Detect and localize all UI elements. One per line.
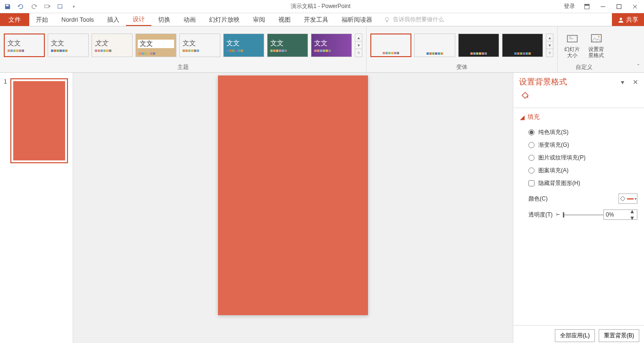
svg-rect-3: [585, 4, 589, 6]
variants-label: 变体: [370, 62, 553, 71]
radio-gradient-fill[interactable]: 渐变填充(G): [520, 139, 637, 151]
share-button[interactable]: 共享: [612, 13, 644, 26]
undo-icon[interactable]: [17, 3, 25, 10]
slide-canvas[interactable]: [218, 75, 368, 315]
theme-thumb[interactable]: 文文: [311, 33, 352, 57]
tab-anim[interactable]: 动画: [177, 13, 202, 26]
sign-in-button[interactable]: 登录: [564, 2, 575, 10]
reset-bg-button[interactable]: 重置背景(B): [599, 329, 639, 342]
pane-close-icon[interactable]: ✕: [633, 78, 638, 86]
pane-title: 设置背景格式: [519, 76, 621, 87]
slide-size-button[interactable]: 幻灯片 大小: [561, 31, 583, 59]
color-picker-button[interactable]: ▾: [619, 193, 637, 204]
collapse-triangle-icon: ◢: [520, 114, 525, 121]
tab-insert[interactable]: 插入: [100, 13, 126, 26]
ribbon: 文文 文文 文文 文文 文文 文文 文文 文文 ▴▾▿ 主题 ▴▾▿ 变体 幻灯…: [0, 26, 644, 73]
tab-design[interactable]: 设计: [126, 13, 151, 26]
theme-thumb[interactable]: 文文: [267, 33, 308, 57]
save-icon[interactable]: [4, 3, 11, 10]
svg-rect-0: [45, 5, 49, 8]
pane-body: ◢填充 纯色填充(S) 渐变填充(G) 图片或纹理填充(P) 图案填充(A) 隐…: [513, 108, 644, 325]
variant-thumb[interactable]: [370, 33, 411, 57]
variants-gallery-scroll[interactable]: ▴▾▿: [546, 33, 553, 57]
svg-point-6: [385, 17, 389, 20]
slide-number: 1: [4, 78, 10, 163]
svg-rect-9: [591, 34, 601, 42]
slide-size-icon: [566, 32, 579, 45]
color-row: 颜色(C) ▾: [520, 190, 637, 206]
minimize-icon[interactable]: [599, 4, 607, 9]
scroll-up-icon[interactable]: ▴: [546, 34, 553, 42]
theme-thumb[interactable]: 文文: [135, 33, 176, 57]
tab-view[interactable]: 视图: [272, 13, 297, 26]
tab-foxit[interactable]: 福昕阅读器: [335, 13, 379, 26]
title-bar: ▾ 演示文稿1 - PowerPoint 登录: [0, 0, 644, 13]
expand-gallery-icon[interactable]: ▿: [546, 49, 553, 57]
pane-footer: 全部应用(L) 重置背景(B): [513, 325, 644, 343]
radio-solid-fill[interactable]: 纯色填充(S): [520, 126, 637, 139]
tab-transitions[interactable]: 切换: [151, 13, 177, 26]
canvas-area[interactable]: [73, 73, 513, 343]
svg-point-7: [620, 17, 622, 20]
themes-group: 文文 文文 文文 文文 文文 文文 文文 文文 ▴▾▿ 主题: [0, 26, 367, 72]
qat-dropdown-icon[interactable]: ▾: [70, 3, 77, 10]
tab-review[interactable]: 审阅: [246, 13, 272, 26]
theme-thumb[interactable]: 文文: [223, 33, 264, 57]
radio-pattern-fill[interactable]: 图案填充(A): [520, 164, 637, 177]
fill-section-header[interactable]: ◢填充: [520, 113, 637, 121]
workspace: 1 设置背景格式 ▾ ✕ ◢填充 纯色填充(S) 渐变填充(G) 图片或纹理填充…: [0, 73, 644, 343]
qat-more-icon[interactable]: [57, 3, 64, 10]
tab-nordri[interactable]: Nordri Tools: [55, 13, 100, 26]
window-title: 演示文稿1 - PowerPoint: [77, 2, 564, 10]
radio-picture-fill[interactable]: 图片或纹理填充(P): [520, 151, 637, 164]
ribbon-display-icon[interactable]: [583, 3, 591, 10]
bg-format-button[interactable]: 设置背 景格式: [585, 31, 607, 59]
paint-bucket-icon: [619, 195, 626, 202]
theme-thumb[interactable]: 文文: [179, 33, 220, 57]
ribbon-tabs: 文件 开始 Nordri Tools 插入 设计 切换 动画 幻灯片放映 审阅 …: [0, 13, 644, 26]
maximize-icon[interactable]: [615, 4, 623, 9]
close-icon[interactable]: [631, 4, 639, 9]
apply-all-button[interactable]: 全部应用(L): [555, 329, 595, 342]
scroll-down-icon[interactable]: ▾: [546, 42, 553, 49]
quick-access-toolbar: ▾: [0, 3, 77, 10]
tab-file[interactable]: 文件: [0, 13, 29, 26]
variant-thumb[interactable]: [502, 33, 543, 57]
themes-gallery-scroll[interactable]: ▴▾▿: [355, 33, 362, 57]
theme-thumb[interactable]: 文文: [4, 33, 45, 57]
transparency-slider[interactable]: ⊢: [556, 212, 603, 217]
svg-rect-5: [617, 4, 621, 8]
svg-point-10: [598, 36, 600, 38]
tab-slideshow[interactable]: 幻灯片放映: [202, 13, 246, 26]
redo-icon[interactable]: [30, 3, 38, 10]
collapse-ribbon-icon[interactable]: ˆ: [633, 62, 644, 72]
slide-thumb-wrap[interactable]: 1: [0, 78, 73, 163]
scroll-down-icon[interactable]: ▾: [355, 42, 362, 49]
theme-thumb[interactable]: 文文: [48, 33, 89, 57]
slide-thumbnail[interactable]: [10, 78, 68, 163]
variant-thumb[interactable]: [414, 33, 455, 57]
theme-thumb[interactable]: 文文: [92, 33, 133, 57]
person-icon: [618, 17, 624, 23]
start-from-beginning-icon[interactable]: [43, 3, 51, 10]
themes-label: 主题: [4, 62, 362, 71]
format-background-pane: 设置背景格式 ▾ ✕ ◢填充 纯色填充(S) 渐变填充(G) 图片或纹理填充(P…: [513, 73, 644, 343]
transparency-row: 透明度(T) ⊢ 0%▲▼: [520, 206, 637, 222]
fill-tab-icon[interactable]: [513, 89, 644, 108]
tab-home[interactable]: 开始: [29, 13, 55, 26]
expand-gallery-icon[interactable]: ▿: [355, 49, 362, 57]
custom-label: 自定义: [561, 62, 607, 71]
tell-me-input[interactable]: 告诉我你想要做什么: [384, 13, 444, 26]
tab-developer[interactable]: 开发工具: [297, 13, 335, 26]
lightbulb-icon: [384, 17, 390, 23]
bg-format-icon: [590, 32, 603, 45]
title-right: 登录: [564, 2, 644, 10]
pane-options-icon[interactable]: ▾: [621, 78, 624, 86]
slide-thumbnail-panel: 1: [0, 73, 73, 343]
check-hide-bg[interactable]: 隐藏背景图形(H): [520, 177, 637, 190]
transparency-input[interactable]: 0%▲▼: [603, 209, 637, 220]
scroll-up-icon[interactable]: ▴: [355, 34, 362, 42]
variant-thumb[interactable]: [458, 33, 499, 57]
variants-group: ▴▾▿ 变体: [367, 26, 558, 72]
custom-group: 幻灯片 大小 设置背 景格式 自定义: [558, 26, 611, 72]
